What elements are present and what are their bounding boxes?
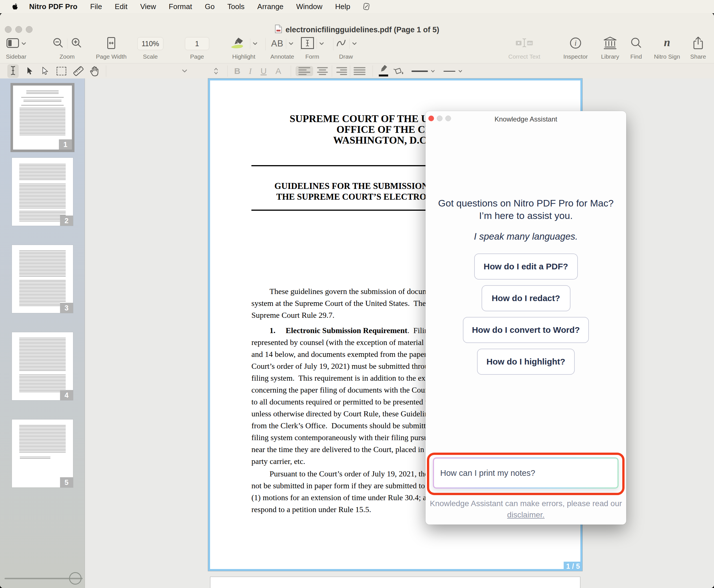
library-columns-icon (603, 37, 617, 51)
chevron-down-icon[interactable] (352, 41, 357, 46)
window-minimize-button[interactable] (15, 26, 22, 33)
toolbar-find-button[interactable]: Find (622, 36, 650, 60)
zoom-in-icon[interactable] (70, 37, 83, 51)
divider (372, 65, 373, 77)
thumbnail-content (12, 245, 73, 307)
apple-icon[interactable] (12, 3, 18, 10)
chevron-down-icon (22, 41, 26, 46)
toolbar-page-field: 1 Page (183, 36, 211, 60)
pointer-tool[interactable] (26, 67, 33, 75)
menu-item-window[interactable]: Window (296, 2, 322, 11)
annotate-ab-icon: AB (271, 39, 283, 49)
window-zoom-button[interactable] (26, 26, 33, 33)
measure-tool[interactable] (72, 65, 84, 77)
thumbnail-page-4[interactable]: 4 (12, 332, 73, 400)
toolbar-draw-button[interactable]: Draw (330, 36, 362, 60)
text-select-tool[interactable] (7, 64, 19, 78)
sidebar-icon (6, 38, 19, 49)
form-field-icon (301, 37, 314, 50)
chevron-down-icon[interactable] (289, 41, 293, 46)
thumbnail-content (12, 332, 73, 393)
assistant-question-input[interactable] (434, 459, 618, 487)
window-close-button[interactable] (5, 26, 12, 33)
chevron-down-icon[interactable] (253, 41, 257, 46)
red-annotation-highlight (427, 453, 625, 495)
chevron-down-icon[interactable] (319, 41, 324, 46)
underline-button[interactable]: U (260, 66, 267, 76)
window-title-text: electronicfilingguidelines.pdf (Page 1 o… (285, 25, 439, 34)
toolbar-nitro-sign-button[interactable]: n Nitro Sign (649, 36, 686, 60)
font-size-stepper[interactable] (214, 67, 218, 75)
menu-item-format[interactable]: Format (169, 2, 192, 11)
align-center-button[interactable] (317, 67, 328, 75)
window-title: electronicfilingguidelines.pdf (Page 1 o… (275, 24, 439, 36)
scale-value-input[interactable]: 110% (137, 37, 164, 50)
thumbnail-page-number: 4 (60, 390, 73, 400)
script-menu-icon[interactable] (363, 3, 370, 10)
share-icon (692, 36, 704, 51)
toolbar-zoom-group: Zoom (49, 36, 86, 60)
menu-item-go[interactable]: Go (205, 2, 215, 11)
suggestion-edit-pdf-button[interactable]: How do I edit a PDF? (474, 253, 578, 279)
thumbnail-page-number: 2 (60, 215, 73, 226)
toolbar-inspector-button[interactable]: i Inspector (557, 36, 594, 60)
text-color-button[interactable]: A (276, 66, 281, 76)
divider (317, 39, 317, 49)
thumbnail-sidebar: 1 2 3 (0, 79, 85, 588)
suggestion-redact-button[interactable]: How do I redact? (481, 285, 570, 311)
divider (106, 65, 106, 77)
toolbar-share-button[interactable]: Share (684, 36, 712, 60)
bold-button[interactable]: B (234, 66, 240, 76)
toolbar-page-width-button[interactable]: Page Width (91, 36, 131, 60)
toolbar-highlight-button[interactable]: Highlight (224, 36, 264, 60)
menu-item-file[interactable]: File (90, 2, 102, 11)
thumbnail-page-number: 5 (60, 477, 73, 487)
thumbnail-page-number: 3 (60, 303, 73, 313)
font-dropdown[interactable] (182, 69, 187, 73)
fill-color-button[interactable] (393, 66, 405, 77)
knowledge-assistant-window: Knowledge Assistant Got questions on Nit… (426, 111, 626, 525)
edit-pointer-tool[interactable] (42, 67, 48, 75)
zoom-out-icon[interactable] (51, 37, 65, 51)
page-number-input[interactable]: 1 (185, 37, 209, 50)
suggestion-convert-word-button[interactable]: How do I convert to Word? (463, 317, 589, 343)
toolbar-sidebar-button[interactable]: Sidebar (0, 36, 32, 60)
toolbar-scale-field: 110% Scale (133, 36, 167, 60)
toolbar-correct-text-button[interactable]: abc Correct Text (504, 36, 544, 60)
hand-tool[interactable] (90, 66, 100, 77)
menu-item-help[interactable]: Help (335, 2, 350, 11)
menu-item-edit[interactable]: Edit (115, 2, 127, 11)
thumbnail-page-3[interactable]: 3 (12, 245, 73, 313)
content-area: 1 2 3 (0, 79, 714, 588)
divider (332, 65, 332, 77)
rect-select-tool[interactable] (57, 67, 66, 75)
disclaimer-link[interactable]: disclaimer. (507, 510, 544, 519)
align-left-button[interactable] (296, 66, 313, 76)
italic-button[interactable]: I (249, 66, 252, 76)
thumbnail-size-slider-knob[interactable] (69, 572, 82, 585)
assistant-greeting: Got questions on Nitro PDF Pro for Mac? … (426, 197, 626, 222)
menu-item-tools[interactable]: Tools (228, 2, 245, 11)
svg-text:abc: abc (527, 41, 533, 45)
thumbnail-content (12, 419, 73, 460)
thumbnail-page-1[interactable]: 1 (10, 83, 74, 152)
suggestion-highlight-button[interactable]: How do I highlight? (477, 349, 575, 375)
toolbar-form-button[interactable]: Form (297, 36, 328, 60)
align-right-button[interactable] (335, 67, 347, 75)
pdf-page-2[interactable] (210, 577, 580, 588)
stroke-color-button[interactable] (378, 65, 389, 77)
app-window: electronicfilingguidelines.pdf (Page 1 o… (0, 13, 714, 588)
menu-item-view[interactable]: View (140, 2, 156, 11)
assistant-languages-note: I speak many languages. (426, 231, 626, 242)
thumbnail-page-2[interactable]: 2 (12, 158, 73, 226)
menu-item-arrange[interactable]: Arrange (257, 2, 284, 11)
justify-button[interactable] (353, 67, 366, 75)
thumbnail-page-5[interactable]: 5 (12, 419, 73, 487)
toolbar-annotate-button[interactable]: AB Annotate (264, 36, 301, 60)
menu-app-name[interactable]: Nitro PDF Pro (29, 2, 77, 11)
line-end-dropdown[interactable] (443, 70, 462, 72)
signature-n-icon: n (659, 37, 674, 50)
line-style-dropdown[interactable] (412, 70, 435, 72)
assistant-suggestions: How do I edit a PDF? How do I redact? Ho… (426, 253, 626, 375)
divider (291, 65, 291, 77)
